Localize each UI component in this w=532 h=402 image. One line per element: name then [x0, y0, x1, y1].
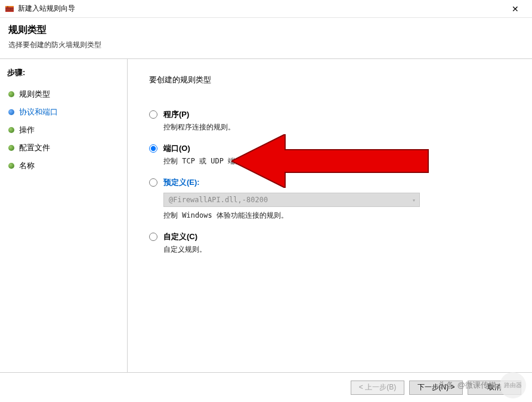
step-label: 名称 [19, 160, 35, 171]
option-predefined: 预定义(E): @FirewallAPI.dll,-80200 ▾ 控制 Win… [149, 177, 514, 221]
option-desc: 控制 Windows 体验功能连接的规则。 [163, 211, 514, 221]
step-bullet-icon [8, 91, 14, 97]
close-icon: ✕ [512, 4, 519, 14]
option-port: 端口(O) 控制 TCP 或 UDP 端口连接的规则。 [149, 143, 514, 166]
firewall-icon [5, 4, 14, 14]
step-bullet-icon [8, 109, 14, 115]
step-name[interactable]: 名称 [7, 157, 120, 175]
page-title: 规则类型 [8, 24, 524, 36]
radio-program[interactable] [149, 110, 157, 119]
option-custom-row[interactable]: 自定义(C) [149, 231, 514, 242]
back-label: < 上一步(B) [359, 382, 396, 392]
back-button[interactable]: < 上一步(B) [351, 381, 404, 395]
radio-predefined[interactable] [149, 178, 157, 187]
svg-rect-1 [5, 6, 14, 7]
titlebar: 新建入站规则向导 ✕ [0, 0, 532, 18]
option-desc: 自定义规则。 [163, 245, 514, 255]
wizard-body: 步骤: 规则类型 协议和端口 操作 配置文件 名称 要创建的规则类型 程序(P) [0, 58, 532, 376]
option-predefined-row[interactable]: 预定义(E): [149, 177, 514, 188]
window-title: 新建入站规则向导 [18, 4, 503, 14]
step-rule-type[interactable]: 规则类型 [7, 85, 120, 103]
option-desc: 控制 TCP 或 UDP 端口连接的规则。 [163, 156, 514, 166]
radio-custom[interactable] [149, 233, 157, 241]
option-custom: 自定义(C) 自定义规则。 [149, 231, 514, 255]
step-protocol-port[interactable]: 协议和端口 [7, 103, 120, 121]
option-label: 自定义(C) [163, 231, 197, 242]
step-action[interactable]: 操作 [7, 121, 120, 139]
step-label: 规则类型 [19, 89, 50, 100]
cancel-label: 取消 [487, 382, 502, 392]
step-label: 协议和端口 [19, 107, 58, 117]
step-label: 配置文件 [19, 143, 50, 153]
cancel-button[interactable]: 取消 [468, 381, 521, 395]
option-program-row[interactable]: 程序(P) [149, 109, 514, 120]
step-label: 操作 [19, 125, 35, 135]
wizard-footer: < 上一步(B) 下一步(N) > 取消 [0, 372, 532, 402]
chevron-down-icon: ▾ [412, 197, 416, 203]
step-profile[interactable]: 配置文件 [7, 139, 120, 157]
section-title: 要创建的规则类型 [149, 75, 514, 85]
predefined-dropdown[interactable]: @FirewallAPI.dll,-80200 ▾ [163, 193, 420, 207]
steps-sidebar: 步骤: 规则类型 协议和端口 操作 配置文件 名称 [0, 59, 128, 376]
wizard-header: 规则类型 选择要创建的防火墙规则类型 [0, 18, 532, 58]
option-port-row[interactable]: 端口(O) [149, 143, 514, 154]
option-program: 程序(P) 控制程序连接的规则。 [149, 109, 514, 132]
option-desc: 控制程序连接的规则。 [163, 122, 514, 132]
radio-port[interactable] [149, 144, 157, 153]
dropdown-value: @FirewallAPI.dll,-80200 [169, 196, 268, 204]
close-button[interactable]: ✕ [503, 0, 527, 18]
next-label: 下一步(N) > [417, 382, 455, 392]
option-label: 程序(P) [163, 109, 189, 120]
next-button[interactable]: 下一步(N) > [409, 381, 463, 395]
option-label: 预定义(E): [163, 177, 200, 188]
step-bullet-icon [8, 127, 14, 133]
option-label: 端口(O) [163, 143, 190, 154]
steps-heading: 步骤: [7, 67, 120, 78]
page-subtitle: 选择要创建的防火墙规则类型 [8, 40, 524, 50]
main-panel: 要创建的规则类型 程序(P) 控制程序连接的规则。 端口(O) 控制 TCP 或… [128, 59, 532, 376]
step-bullet-icon [8, 163, 14, 169]
step-bullet-icon [8, 145, 14, 151]
